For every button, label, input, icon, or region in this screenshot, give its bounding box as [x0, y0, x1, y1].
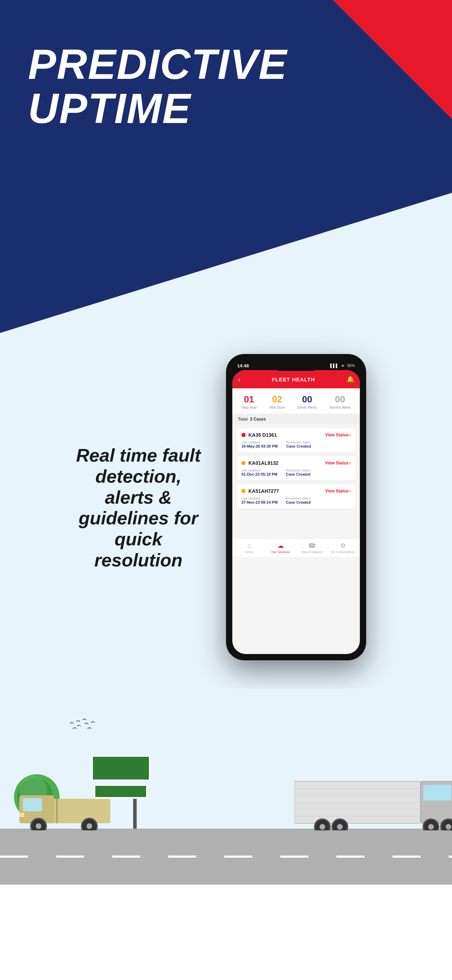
hero-title-line1: PREDICTIVE	[28, 41, 287, 88]
svg-point-8	[86, 823, 92, 829]
phone-status-icons: ▌▌▌ ≋ 55%	[330, 363, 355, 368]
svg-point-6	[36, 823, 41, 829]
semi-truck	[294, 778, 452, 830]
subscriptions-icon: ⚙	[327, 542, 358, 550]
back-button[interactable]: ‹	[238, 375, 240, 383]
stat-service-alerts-label: Service Alerts	[329, 406, 351, 409]
case-id-2: KA01AL9132	[248, 460, 279, 466]
nav-services-label: Our Services	[265, 550, 296, 554]
screen-spacer	[232, 512, 360, 533]
svg-point-22	[428, 824, 434, 830]
case-meta-updated-1: Last Updated 16-May-26 03:30 PM	[242, 441, 278, 448]
case-meta-updated-2: Last Updated 01-Dec-23 05:19 PM	[242, 469, 277, 476]
stat-stop-now: 01 Stop Now	[242, 394, 256, 409]
help-icon: ☎	[296, 542, 327, 550]
stats-row: 01 Stop Now 02 Visit Soon 00 Driver Aler…	[232, 388, 360, 414]
stat-visit-soon: 02 Visit Soon	[269, 394, 285, 409]
stat-driver-alerts: 00 Driver Alerts	[298, 394, 317, 409]
case-id-3: KA51AH7277	[248, 488, 279, 494]
road-center-line	[0, 856, 452, 858]
total-cases: 3 Cases	[250, 417, 266, 422]
total-bar: Total 3 Cases	[232, 414, 360, 425]
view-status-button-2[interactable]: View Status ›	[325, 461, 351, 466]
nav-home[interactable]: ⌂ Home	[234, 542, 265, 554]
case-status-dot-3	[242, 489, 246, 493]
case-meta-resolution-2: Resolution Status Case Created	[286, 469, 311, 476]
hero-triangle	[0, 193, 452, 333]
nav-home-label: Home	[234, 550, 265, 554]
home-icon: ⌂	[234, 542, 265, 550]
stat-driver-alerts-number: 00	[298, 394, 317, 405]
stat-service-alerts-number: 00	[329, 394, 351, 405]
view-status-button-1[interactable]: View Status ›	[325, 433, 351, 438]
case-card-3[interactable]: KA51AH7277 View Status › Last Updated 27…	[237, 484, 356, 509]
bottom-nav: ⌂ Home ☁ Our Services ☎ Help & Support	[232, 539, 360, 557]
bell-icon[interactable]: 🔔	[347, 375, 354, 383]
stat-stop-now-label: Stop Now	[242, 406, 256, 409]
svg-rect-16	[423, 785, 451, 800]
view-status-button-3[interactable]: View Status ›	[325, 488, 351, 493]
hero-title: PREDICTIVE UPTIME	[28, 42, 287, 130]
battery-icon: 55%	[347, 363, 355, 368]
svg-rect-2	[23, 798, 42, 811]
total-label: Total	[238, 417, 248, 422]
svg-rect-3	[19, 813, 24, 817]
phone-notch	[275, 362, 317, 371]
nav-help-support[interactable]: ☎ Help & Support	[296, 542, 327, 554]
case-id-1: KA35 D1361	[248, 432, 277, 438]
case-meta-updated-3: Last Updated 27-Nov-23 09:14 PM	[242, 497, 277, 504]
hero-title-line2: UPTIME	[28, 85, 191, 132]
app-title: FLEET HEALTH	[272, 376, 315, 382]
stat-service-alerts: 00 Service Alerts	[329, 394, 351, 409]
stat-driver-alerts-label: Driver Alerts	[298, 406, 317, 409]
stat-stop-now-number: 01	[242, 394, 256, 405]
app-header: ‹ FLEET HEALTH 🔔	[232, 370, 360, 388]
pickup-truck	[19, 788, 110, 830]
svg-point-24	[446, 824, 451, 830]
nav-our-services[interactable]: ☁ Our Services	[265, 542, 296, 554]
phone-wrapper: 14:48 ▌▌▌ ≋ 55% ‹ FLEET HEALTH 🔔	[215, 354, 377, 660]
stat-visit-soon-label: Visit Soon	[269, 406, 285, 409]
case-card-1[interactable]: KA35 D1361 View Status › Last Updated 16…	[237, 428, 356, 452]
signal-icon: ▌▌▌	[330, 363, 339, 368]
services-icon: ☁	[265, 542, 296, 550]
case-card-2[interactable]: KA01AL9132 View Status › Last Updated 01…	[237, 456, 356, 480]
case-meta-resolution-3: Resolution Status Case Created	[286, 497, 311, 504]
nav-subscriptions-label: My Subscriptions	[327, 550, 358, 554]
svg-point-20	[337, 824, 343, 830]
case-meta-resolution-1: Resolution Status Case Created	[286, 441, 311, 448]
wifi-icon: ≋	[341, 363, 344, 368]
hero-red-shape	[333, 0, 452, 119]
phone-device: 14:48 ▌▌▌ ≋ 55% ‹ FLEET HEALTH 🔔	[226, 354, 366, 660]
app-demo-section: Real time fault detection, alerts & guid…	[0, 333, 452, 688]
case-status-dot-1	[242, 433, 246, 437]
svg-point-18	[320, 824, 325, 830]
tagline-text: Real time fault detection, alerts & guid…	[75, 354, 202, 571]
road-sign	[119, 755, 151, 830]
nav-help-label: Help & Support	[296, 550, 327, 554]
birds-svg	[67, 716, 137, 741]
hero-section: PREDICTIVE UPTIME	[0, 0, 452, 333]
svg-rect-4	[56, 799, 58, 823]
nav-subscriptions[interactable]: ⚙ My Subscriptions	[327, 542, 358, 554]
road	[0, 829, 452, 885]
phone-time: 14:48	[237, 363, 249, 368]
road-scene-section	[0, 688, 452, 885]
case-status-dot-2	[242, 461, 246, 465]
phone-screen: ‹ FLEET HEALTH 🔔 01 Stop Now 02 Visit So…	[232, 370, 360, 654]
stat-visit-soon-number: 02	[269, 394, 285, 405]
